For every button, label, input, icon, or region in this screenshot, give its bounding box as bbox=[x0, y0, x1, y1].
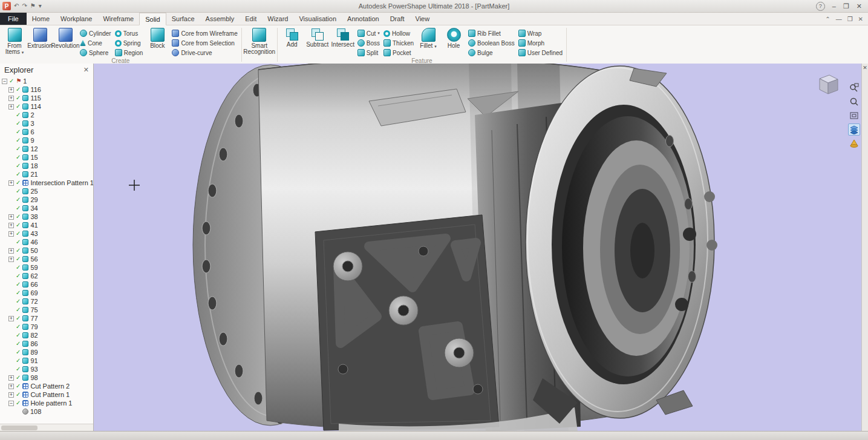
tree-expander-icon[interactable]: + bbox=[8, 384, 14, 389]
region-button[interactable]: Region bbox=[113, 48, 145, 57]
boss-button[interactable]: Boss bbox=[356, 39, 382, 47]
tab-visualisation[interactable]: Visualisation bbox=[293, 13, 342, 25]
tree-item-12[interactable]: +✓12 bbox=[2, 145, 93, 153]
intersect-button[interactable]: Intersect bbox=[330, 27, 356, 48]
tree-item-1[interactable]: −✓⚑1 bbox=[2, 77, 93, 85]
tree-item-43[interactable]: +✓43 bbox=[2, 229, 93, 238]
add-button[interactable]: Add bbox=[279, 27, 305, 48]
tree-item-34[interactable]: +✓34 bbox=[2, 204, 93, 212]
explorer-close-icon[interactable]: ✕ bbox=[83, 66, 89, 74]
tree-expander-icon[interactable]: + bbox=[8, 104, 14, 110]
view-box-icon[interactable] bbox=[848, 110, 860, 122]
tree-item-108[interactable]: +108 bbox=[2, 407, 93, 416]
fillet-button[interactable]: Fillet ▾ bbox=[416, 27, 441, 50]
maximize-button[interactable]: ❐ bbox=[843, 2, 849, 10]
zoom-icon[interactable] bbox=[848, 96, 860, 108]
tab-solid[interactable]: Solid bbox=[139, 13, 166, 25]
viewport-3d[interactable]: ✕ bbox=[94, 64, 868, 432]
tree-expander-icon[interactable]: − bbox=[8, 401, 14, 406]
tree-item-86[interactable]: +✓86 bbox=[2, 340, 93, 348]
morph-button[interactable]: Morph bbox=[517, 39, 564, 47]
tab-assembly[interactable]: Assembly bbox=[200, 13, 240, 25]
tree-expander-icon[interactable]: + bbox=[8, 257, 14, 262]
tab-file[interactable]: File bbox=[0, 13, 27, 25]
tree-item-intersection-pattern-1[interactable]: +✓Intersection Pattern 1 bbox=[2, 179, 93, 187]
torus-button[interactable]: Torus bbox=[113, 29, 145, 38]
bulge-button[interactable]: Bulge bbox=[466, 48, 517, 57]
subtract-button[interactable]: Subtract bbox=[305, 27, 330, 48]
doc-restore-button[interactable]: ❐ bbox=[847, 16, 853, 22]
tab-draft[interactable]: Draft bbox=[385, 13, 410, 25]
app-logo[interactable]: P bbox=[2, 2, 11, 10]
redo-icon[interactable]: ↷ bbox=[22, 3, 27, 9]
tree-expander-icon[interactable]: + bbox=[8, 248, 14, 254]
tab-edit[interactable]: Edit bbox=[240, 13, 262, 25]
tree-item-77[interactable]: +✓77 bbox=[2, 314, 93, 323]
tree-item-91[interactable]: +✓91 bbox=[2, 356, 93, 365]
tree-item-2[interactable]: +✓2 bbox=[2, 111, 93, 119]
tree-item-98[interactable]: +✓98 bbox=[2, 373, 93, 382]
tree-item-3[interactable]: +✓3 bbox=[2, 119, 93, 128]
undo-icon[interactable]: ↶ bbox=[14, 3, 19, 9]
tree-expander-icon[interactable]: + bbox=[8, 223, 14, 228]
boolean-boss-button[interactable]: Boolean Boss bbox=[466, 39, 517, 47]
tree-item-25[interactable]: +✓25 bbox=[2, 187, 93, 195]
doc-close-button[interactable]: ✕ bbox=[858, 16, 863, 22]
view-cube[interactable] bbox=[812, 73, 840, 101]
cylinder-button[interactable]: Cylinder bbox=[78, 29, 113, 38]
tree-expander-icon[interactable]: − bbox=[2, 79, 7, 84]
tab-home[interactable]: Home bbox=[27, 13, 55, 25]
core-from-wireframe-button[interactable]: Core from Wireframe bbox=[170, 29, 239, 38]
flag-icon[interactable]: ⚑ bbox=[30, 3, 36, 9]
tree-item-114[interactable]: +✓114 bbox=[2, 102, 93, 111]
hollow-button[interactable]: Hollow bbox=[382, 29, 416, 38]
smart-recognition-button[interactable]: Smart Recognition bbox=[244, 27, 275, 55]
tree-expander-icon[interactable]: + bbox=[8, 180, 14, 186]
tab-surface[interactable]: Surface bbox=[166, 13, 200, 25]
block-button[interactable]: Block bbox=[145, 27, 170, 49]
sphere-button[interactable]: Sphere bbox=[78, 48, 113, 57]
minimize-button[interactable]: – bbox=[832, 2, 836, 10]
viewport-close-icon[interactable]: ✕ bbox=[862, 65, 868, 71]
help-icon[interactable]: ? bbox=[816, 2, 825, 11]
tree-item-9[interactable]: +✓9 bbox=[2, 136, 93, 145]
tab-annotation[interactable]: Annotation bbox=[342, 13, 385, 25]
tree-item-72[interactable]: +✓72 bbox=[2, 297, 93, 306]
tree-item-21[interactable]: +✓21 bbox=[2, 170, 93, 179]
core-from-selection-button[interactable]: Core from Selection bbox=[170, 39, 239, 47]
rib-fillet-button[interactable]: Rib Fillet bbox=[466, 29, 517, 38]
tree-expander-icon[interactable]: + bbox=[8, 87, 14, 93]
tree-item-56[interactable]: +✓56 bbox=[2, 255, 93, 263]
tree-item-41[interactable]: +✓41 bbox=[2, 221, 93, 229]
thicken-button[interactable]: Thicken bbox=[382, 39, 416, 47]
tree-item-29[interactable]: +✓29 bbox=[2, 195, 93, 204]
tree-item-cut-pattern-2[interactable]: +✓Cut Pattern 2 bbox=[2, 382, 93, 390]
tree-item-75[interactable]: +✓75 bbox=[2, 306, 93, 314]
tree-item-6[interactable]: +✓6 bbox=[2, 128, 93, 136]
ribbon-collapse-icon[interactable]: ⌃ bbox=[825, 16, 830, 22]
cut-button[interactable]: Cut▾ bbox=[356, 29, 382, 38]
tab-view[interactable]: View bbox=[410, 13, 436, 25]
tree-item-50[interactable]: +✓50 bbox=[2, 246, 93, 255]
wrap-button[interactable]: Wrap bbox=[517, 29, 564, 38]
tree-expander-icon[interactable]: + bbox=[8, 375, 14, 381]
tree-item-93[interactable]: +✓93 bbox=[2, 365, 93, 373]
tree-item-116[interactable]: +✓116 bbox=[2, 85, 93, 94]
cone-button[interactable]: Cone bbox=[78, 39, 113, 47]
tree-item-115[interactable]: +✓115 bbox=[2, 94, 93, 102]
tree-item-82[interactable]: +✓82 bbox=[2, 331, 93, 340]
spring-button[interactable]: Spring bbox=[113, 39, 145, 47]
pocket-button[interactable]: Pocket bbox=[382, 48, 416, 57]
tree-item-38[interactable]: +✓38 bbox=[2, 212, 93, 221]
tree-expander-icon[interactable]: + bbox=[8, 214, 14, 220]
tree-item-15[interactable]: +✓15 bbox=[2, 153, 93, 162]
tree-expander-icon[interactable]: + bbox=[8, 316, 14, 321]
hole-button[interactable]: Hole bbox=[441, 27, 466, 49]
tree-item-89[interactable]: +✓89 bbox=[2, 348, 93, 356]
cone-icon[interactable] bbox=[848, 137, 860, 149]
zoom-window-icon[interactable] bbox=[848, 82, 860, 94]
tree-expander-icon[interactable]: + bbox=[8, 231, 14, 237]
shaded-view-icon[interactable] bbox=[848, 123, 860, 136]
tree-item-62[interactable]: +✓62 bbox=[2, 272, 93, 280]
split-button[interactable]: Split bbox=[356, 48, 382, 57]
